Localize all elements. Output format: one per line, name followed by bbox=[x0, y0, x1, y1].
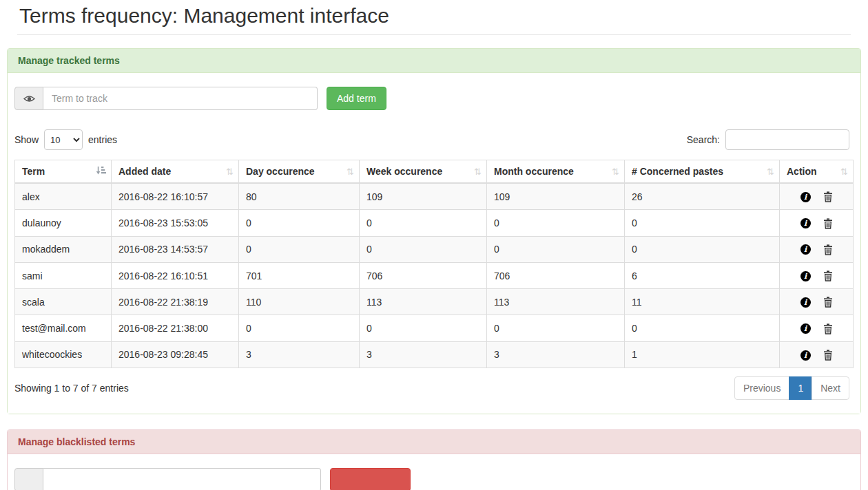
info-circle-icon[interactable]: i bbox=[800, 323, 811, 334]
entries-label: entries bbox=[88, 134, 117, 145]
cell-term: dulaunoy bbox=[15, 210, 112, 236]
cell-month: 706 bbox=[487, 262, 625, 288]
trash-icon[interactable] bbox=[823, 350, 833, 361]
pagination-previous[interactable]: Previous bbox=[734, 376, 789, 400]
pagination: Previous 1 Next bbox=[734, 376, 849, 400]
page-length-control: Show 10 entries bbox=[14, 129, 117, 150]
cell-month: 0 bbox=[487, 236, 625, 262]
sort-both-icon: ⇅ bbox=[612, 167, 619, 177]
datatable-footer: Showing 1 to 7 of 7 entries Previous 1 N… bbox=[14, 376, 854, 400]
blacklisted-terms-panel-body bbox=[8, 454, 860, 490]
tracked-terms-panel-body: Add term Show 10 entries Search: bbox=[8, 73, 860, 414]
table-row: mokaddem2016-08-23 14:53:570000i bbox=[15, 236, 854, 262]
info-circle-icon[interactable]: i bbox=[800, 218, 811, 228]
cell-term: test@mail.com bbox=[15, 315, 112, 341]
cell-action: i bbox=[780, 289, 854, 315]
cell-month: 113 bbox=[487, 289, 625, 315]
table-info-text: Showing 1 to 7 of 7 entries bbox=[14, 383, 129, 394]
info-circle-icon[interactable]: i bbox=[800, 271, 811, 281]
search-input[interactable] bbox=[725, 129, 849, 150]
datatable-controls: Show 10 entries Search: bbox=[14, 129, 854, 150]
cell-month: 0 bbox=[487, 210, 625, 236]
info-circle-icon[interactable]: i bbox=[800, 350, 811, 361]
cell-day: 110 bbox=[239, 289, 360, 315]
pagination-next[interactable]: Next bbox=[812, 376, 849, 400]
page-length-select[interactable]: 10 bbox=[44, 129, 83, 150]
table-row: dulaunoy2016-08-23 15:53:050000i bbox=[15, 210, 854, 236]
cell-week: 113 bbox=[360, 289, 487, 315]
cell-day: 0 bbox=[239, 315, 360, 341]
cell-action: i bbox=[780, 210, 854, 236]
cell-added: 2016-08-22 21:38:19 bbox=[112, 289, 239, 315]
sort-both-icon: ⇅ bbox=[840, 167, 848, 177]
sort-both-icon: ⇅ bbox=[474, 167, 482, 177]
cell-day: 701 bbox=[239, 262, 360, 288]
cell-pastes: 0 bbox=[625, 315, 780, 341]
cell-added: 2016-08-23 14:53:57 bbox=[112, 236, 239, 262]
terms-table-body: alex2016-08-22 16:10:578010910926idulaun… bbox=[15, 183, 854, 368]
search-label: Search: bbox=[687, 134, 720, 145]
sort-both-icon: ⇅ bbox=[767, 167, 774, 177]
blacklisted-terms-panel: Manage blacklisted terms bbox=[7, 429, 861, 490]
search-control: Search: bbox=[687, 129, 849, 150]
trash-icon[interactable] bbox=[823, 191, 833, 202]
cell-term: whitecoockies bbox=[15, 341, 112, 368]
table-row: test@mail.com2016-08-22 21:38:000000i bbox=[15, 315, 854, 341]
cell-term: alex bbox=[15, 183, 112, 210]
column-header-week-occurence[interactable]: Week occurence ⇅ bbox=[360, 160, 487, 184]
tracked-terms-table: Term bbox=[14, 160, 854, 368]
column-header-added-date[interactable]: Added date ⇅ bbox=[112, 160, 239, 184]
trash-icon[interactable] bbox=[823, 218, 833, 229]
cell-action: i bbox=[780, 262, 854, 288]
tracked-terms-panel: Manage tracked terms Add term Show bbox=[7, 48, 861, 414]
trash-icon[interactable] bbox=[823, 244, 833, 255]
cell-pastes: 1 bbox=[625, 341, 780, 368]
cell-pastes: 0 bbox=[625, 236, 780, 262]
pagination-page-1[interactable]: 1 bbox=[789, 376, 812, 400]
column-header-concerned-pastes[interactable]: # Concerned pastes ⇅ bbox=[625, 160, 780, 184]
cell-term: scala bbox=[15, 289, 112, 315]
trash-icon[interactable] bbox=[823, 270, 833, 281]
cell-day: 0 bbox=[239, 236, 360, 262]
eye-icon bbox=[14, 87, 43, 110]
info-circle-icon[interactable]: i bbox=[800, 297, 811, 308]
cell-action: i bbox=[780, 315, 854, 341]
column-header-month-occurence[interactable]: Month occurence ⇅ bbox=[487, 160, 625, 184]
term-input-group bbox=[14, 87, 318, 110]
sort-ascending-icon bbox=[96, 166, 106, 177]
cell-day: 80 bbox=[239, 183, 360, 210]
blacklist-term-button[interactable] bbox=[330, 468, 411, 490]
trash-icon[interactable] bbox=[823, 323, 833, 334]
cell-day: 3 bbox=[239, 341, 360, 368]
cell-pastes: 26 bbox=[625, 183, 780, 210]
show-label: Show bbox=[14, 134, 39, 145]
info-circle-icon[interactable]: i bbox=[800, 192, 811, 202]
term-to-track-input[interactable] bbox=[43, 87, 318, 110]
blacklist-term-input[interactable] bbox=[43, 468, 321, 490]
cell-added: 2016-08-23 15:53:05 bbox=[112, 210, 239, 236]
cell-pastes: 0 bbox=[625, 210, 780, 236]
cell-week: 3 bbox=[360, 341, 487, 368]
cell-week: 109 bbox=[360, 183, 487, 210]
blacklist-addon-icon bbox=[14, 468, 43, 490]
cell-added: 2016-08-22 16:10:51 bbox=[112, 262, 239, 288]
blacklisted-terms-panel-heading: Manage blacklisted terms bbox=[8, 430, 860, 454]
title-divider bbox=[17, 34, 851, 35]
add-term-button[interactable]: Add term bbox=[327, 87, 386, 110]
cell-week: 0 bbox=[360, 315, 487, 341]
cell-week: 0 bbox=[360, 210, 487, 236]
cell-added: 2016-08-23 09:28:45 bbox=[112, 341, 239, 368]
table-header-row: Term bbox=[15, 160, 854, 184]
blacklist-term-row bbox=[14, 468, 854, 490]
column-header-term[interactable]: Term bbox=[15, 160, 112, 184]
info-circle-icon[interactable]: i bbox=[800, 244, 811, 255]
column-header-day-occurence[interactable]: Day occurence ⇅ bbox=[239, 160, 360, 184]
cell-month: 3 bbox=[487, 341, 625, 368]
page-container: Terms frequency: Management interface Ma… bbox=[0, 4, 868, 490]
cell-month: 109 bbox=[487, 183, 625, 210]
tracked-terms-panel-heading: Manage tracked terms bbox=[8, 49, 860, 73]
column-header-action[interactable]: Action ⇅ bbox=[780, 160, 854, 184]
trash-icon[interactable] bbox=[823, 297, 833, 308]
cell-action: i bbox=[780, 236, 854, 262]
table-row: alex2016-08-22 16:10:578010910926i bbox=[15, 183, 854, 210]
